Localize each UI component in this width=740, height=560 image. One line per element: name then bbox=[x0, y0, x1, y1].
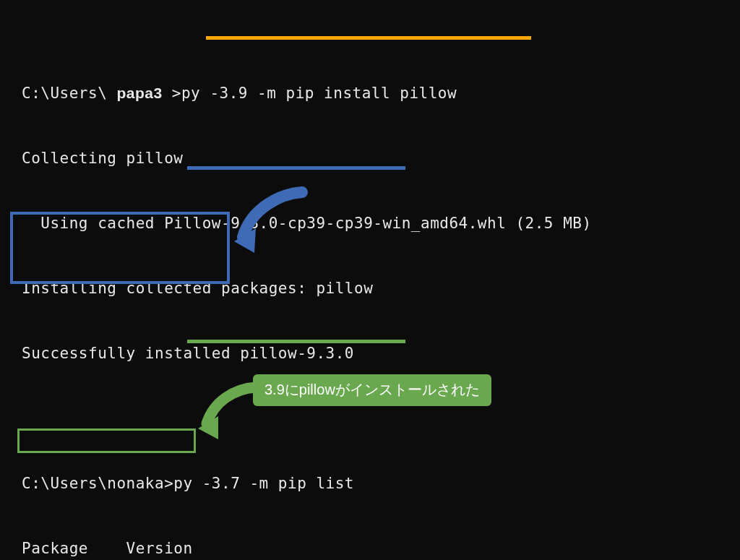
arrow-blue-icon bbox=[230, 186, 317, 259]
prompt: C:\Users\nonaka> bbox=[22, 475, 173, 492]
username-overlay: papa3 bbox=[116, 85, 162, 101]
underline-yellow bbox=[206, 36, 531, 40]
blank-line bbox=[22, 408, 718, 429]
callout-text: 3.9にpillowがインストールされた bbox=[264, 382, 480, 397]
line-prompt-install: C:\Users\ papa3 >py -3.9 -m pip install … bbox=[22, 82, 718, 104]
callout-pillow-installed: 3.9にpillowがインストールされた bbox=[253, 374, 491, 406]
underline-green bbox=[187, 340, 405, 343]
line-prompt-list37: C:\Users\nonaka>py -3.7 -m pip list bbox=[22, 473, 718, 494]
table37-header: Package Version bbox=[22, 538, 718, 559]
prompt-gt: > bbox=[163, 85, 181, 102]
prompt-path: C:\Users\ bbox=[22, 85, 107, 102]
cmd-install: py -3.9 -m pip install pillow bbox=[181, 85, 457, 102]
highlight-box-37-packages bbox=[10, 212, 230, 284]
cmd-list37: py -3.7 -m pip list bbox=[173, 475, 354, 492]
underline-blue bbox=[187, 166, 405, 170]
output-line: Successfully installed pillow-9.3.0 bbox=[22, 343, 718, 364]
highlight-box-pillow-row bbox=[17, 428, 196, 453]
